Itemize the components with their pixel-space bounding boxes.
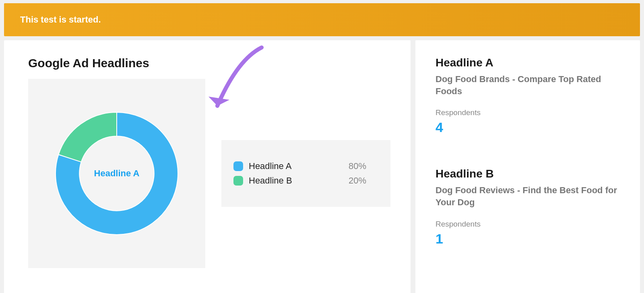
legend-pct-a: 80% xyxy=(349,161,366,171)
headline-block-a: Headline A Dog Food Brands - Compare Top… xyxy=(436,56,620,135)
legend-swatch-b xyxy=(233,176,243,186)
legend-item-a: Headline A 80% xyxy=(233,161,366,171)
status-banner: This test is started. xyxy=(4,3,640,36)
status-banner-text: This test is started. xyxy=(20,14,101,25)
legend-label-a: Headline A xyxy=(249,161,343,171)
donut-chart: Headline A xyxy=(52,109,181,238)
headline-a-subtitle: Dog Food Brands - Compare Top Rated Food… xyxy=(436,73,620,97)
headline-a-respondents-label: Respondents xyxy=(436,108,620,117)
donut-chart-box: Headline A xyxy=(28,79,205,268)
legend-swatch-a xyxy=(233,161,243,171)
headline-b-subtitle: Dog Food Reviews - Find the Best Food fo… xyxy=(436,184,620,208)
legend-pct-b: 20% xyxy=(349,175,366,186)
headline-a-title: Headline A xyxy=(436,56,620,69)
headline-b-respondents-label: Respondents xyxy=(436,220,620,229)
headline-a-respondents-value: 4 xyxy=(436,120,620,135)
headline-b-title: Headline B xyxy=(436,167,620,180)
results-card: Google Ad Headlines Headline A Headline … xyxy=(4,40,411,293)
donut-center-label: Headline A xyxy=(94,168,140,179)
headline-details-card: Headline A Dog Food Brands - Compare Top… xyxy=(415,40,640,293)
headline-b-respondents-value: 1 xyxy=(436,231,620,247)
legend-label-b: Headline B xyxy=(249,175,343,186)
chart-legend: Headline A 80% Headline B 20% xyxy=(221,140,390,207)
headline-block-b: Headline B Dog Food Reviews - Find the B… xyxy=(436,167,620,246)
content-wrap: Google Ad Headlines Headline A Headline … xyxy=(4,40,640,293)
legend-item-b: Headline B 20% xyxy=(233,175,366,186)
chart-row: Headline A Headline A 80% Headline B 20% xyxy=(28,79,390,268)
section-title: Google Ad Headlines xyxy=(28,56,390,70)
donut-slice xyxy=(58,112,117,162)
